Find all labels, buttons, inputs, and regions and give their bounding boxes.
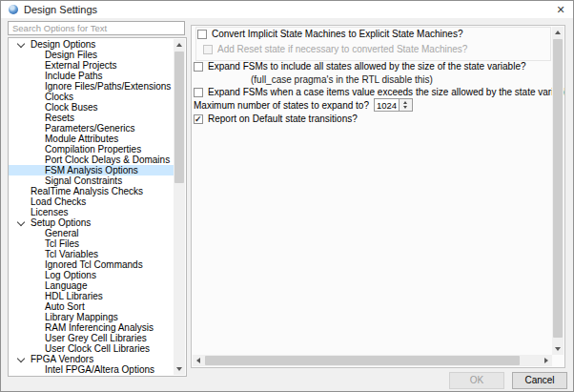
tree-item-label: External Projects (45, 60, 117, 71)
close-icon: ✕ (556, 4, 564, 15)
tree-item-label: Module Attributes (45, 134, 118, 144)
tree-item-ignore-files-paths-extensions[interactable]: Ignore Files/Paths/Extensions (9, 81, 174, 92)
expand-all-states-checkbox-row[interactable]: Expand FSMs to include all states allowe… (194, 61, 526, 72)
tree-item-language[interactable]: Language (9, 280, 174, 291)
tree-item-label: Ignored Tcl Commands (45, 259, 143, 270)
tree-item-hdl-libraries[interactable]: HDL Libraries (9, 291, 174, 301)
add-reset-checkbox-row: Add Reset state if necessary to converte… (203, 44, 467, 55)
settings-tree-rows: Design OptionsDesign FilesExternal Proje… (9, 39, 174, 375)
report-default-checkbox-row[interactable]: ✓ Report on Default state transitions? (194, 113, 358, 125)
tree-item-design-files[interactable]: Design Files (9, 50, 174, 60)
tree-item-library-mappings[interactable]: Library Mappings (9, 312, 174, 322)
panel-scroll-down-icon[interactable] (552, 343, 564, 355)
tree-item-label: User Clock Cell Libraries (45, 343, 150, 354)
tree-item-label: Clock Buses (45, 102, 98, 113)
search-input[interactable] (8, 21, 185, 35)
tree-item-label: Ignore Files/Paths/Extensions (45, 81, 171, 92)
options-tree-panel: Design OptionsDesign FilesExternal Proje… (8, 37, 187, 377)
expand-case-items-checkbox-row[interactable]: Expand FSMs when a case items value exce… (194, 87, 565, 98)
tree-item-load-checks[interactable]: Load Checks (9, 196, 174, 207)
tree-item-label: Port Clock Delays & Domains (45, 155, 170, 165)
tree-item-fsm-analysis-options[interactable]: FSM Analysis Options (9, 165, 174, 175)
tree-item-label: Compilation Properties (45, 144, 141, 155)
tree-item-label: Clocks (45, 92, 73, 102)
tree-item-label: FPGA Vendors (31, 354, 93, 364)
tree-item-setup-options[interactable]: Setup Options (9, 217, 174, 228)
tree-item-general[interactable]: General (9, 228, 174, 238)
tree-item-realtime-analysis-checks[interactable]: RealTime Analysis Checks (9, 186, 174, 196)
report-default-checkbox[interactable]: ✓ (194, 114, 203, 124)
expand-case-items-label: Expand FSMs when a case items value exce… (208, 87, 565, 98)
panel-scroll-up-icon[interactable] (552, 27, 564, 38)
tree-item-resets[interactable]: Resets (9, 113, 174, 123)
convert-implicit-label: Convert Implicit State Machines to Expli… (212, 29, 462, 40)
panel-scroll-left-icon[interactable] (193, 355, 204, 366)
tree-item-label: RealTime Analysis Checks (31, 186, 143, 196)
ok-button[interactable]: OK (449, 372, 504, 389)
tree-item-user-clock-cell-libraries[interactable]: User Clock Cell Libraries (9, 343, 174, 354)
add-reset-label: Add Reset state if necessary to converte… (217, 44, 467, 55)
full-case-pragma-note: (full_case pragma's in the RTL disable t… (251, 74, 433, 85)
tree-item-label: Resets (45, 113, 74, 123)
design-settings-dialog: Design Settings ✕ Design OptionsDesign F… (0, 0, 574, 392)
tree-item-auto-sort[interactable]: Auto Sort (9, 301, 174, 312)
tree-item-label: HDL Libraries (45, 291, 103, 301)
chevron-down-icon[interactable] (17, 40, 25, 48)
tree-item-label: RAM Inferencing Analysis (45, 322, 154, 333)
app-icon (9, 5, 18, 14)
spin-down-icon[interactable] (403, 106, 407, 109)
cancel-button[interactable]: Cancel (512, 372, 567, 389)
max-states-spinner[interactable] (400, 98, 413, 112)
panel-horizontal-scrollbar[interactable] (193, 355, 552, 366)
convert-implicit-checkbox[interactable] (197, 30, 207, 39)
tree-item-include-paths[interactable]: Include Paths (9, 71, 174, 81)
tree-item-parameters-generics[interactable]: Parameters/Generics (9, 123, 174, 134)
tree-item-label: Tcl Variables (45, 249, 98, 259)
tree-item-intel-fpga-altera-options[interactable]: Intel FPGA/Altera Options (9, 364, 174, 375)
tree-item-ram-inferencing-analysis[interactable]: RAM Inferencing Analysis (9, 322, 174, 333)
report-default-label: Report on Default state transitions? (208, 113, 358, 125)
tree-item-tcl-variables[interactable]: Tcl Variables (9, 249, 174, 259)
close-button[interactable]: ✕ (553, 2, 568, 17)
tree-item-tcl-files[interactable]: Tcl Files (9, 238, 174, 249)
add-reset-checkbox (203, 45, 213, 54)
max-states-label: Maximum number of states to expand to? (194, 100, 369, 111)
check-icon: ✓ (195, 113, 202, 125)
tree-scrollbar[interactable] (174, 39, 185, 375)
panel-vertical-scrollbar-thumb[interactable] (553, 39, 563, 338)
tree-item-label: Tcl Files (45, 238, 79, 249)
tree-scroll-up-icon[interactable] (174, 39, 185, 51)
max-states-input[interactable]: 1024 (374, 98, 400, 112)
convert-implicit-checkbox-row[interactable]: Convert Implicit State Machines to Expli… (197, 29, 462, 40)
tree-item-clock-buses[interactable]: Clock Buses (9, 102, 174, 113)
panel-vertical-scrollbar[interactable] (552, 27, 564, 355)
tree-item-log-options[interactable]: Log Options (9, 270, 174, 280)
fsm-options-panel: Convert Implicit State Machines to Expli… (191, 25, 565, 368)
tree-item-label: Licenses (31, 207, 68, 217)
tree-item-design-options[interactable]: Design Options (9, 39, 174, 50)
tree-item-port-clock-delays-domains[interactable]: Port Clock Delays & Domains (9, 155, 174, 165)
tree-item-ignored-tcl-commands[interactable]: Ignored Tcl Commands (9, 259, 174, 270)
expand-all-states-checkbox[interactable] (194, 62, 203, 72)
expand-case-items-checkbox[interactable] (194, 88, 203, 97)
tree-item-fpga-vendors[interactable]: FPGA Vendors (9, 354, 174, 364)
spin-up-icon[interactable] (403, 101, 407, 104)
tree-item-label: Language (45, 280, 88, 291)
panel-horizontal-scrollbar-thumb[interactable] (205, 356, 520, 365)
chevron-down-icon[interactable] (17, 355, 25, 362)
tree-item-label: User Grey Cell Libraries (45, 333, 147, 343)
tree-item-external-projects[interactable]: External Projects (9, 60, 174, 71)
tree-item-signal-constraints[interactable]: Signal Constraints (9, 175, 174, 186)
tree-scrollbar-thumb[interactable] (174, 52, 184, 183)
tree-item-user-grey-cell-libraries[interactable]: User Grey Cell Libraries (9, 333, 174, 343)
tree-item-module-attributes[interactable]: Module Attributes (9, 134, 174, 144)
tree-item-licenses[interactable]: Licenses (9, 207, 174, 217)
tree-item-clocks[interactable]: Clocks (9, 92, 174, 102)
expand-all-states-label: Expand FSMs to include all states allowe… (208, 61, 526, 72)
window-title: Design Settings (24, 4, 97, 15)
chevron-down-icon[interactable] (17, 218, 25, 226)
tree-item-compilation-properties[interactable]: Compilation Properties (9, 144, 174, 155)
tree-item-label: Design Options (31, 39, 95, 50)
tree-scroll-down-icon[interactable] (174, 363, 185, 375)
panel-scroll-right-icon[interactable] (541, 355, 552, 366)
